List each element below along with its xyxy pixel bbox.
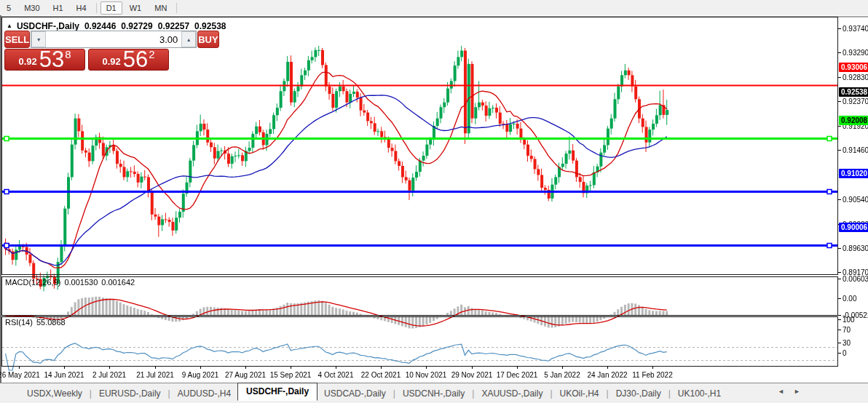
date-tick-label: 26 May 2021: [0, 371, 40, 379]
date-tick-mark: [381, 366, 382, 369]
rsi-tick-label: 70: [843, 326, 851, 334]
symbol-label: USDCHF-,Daily: [17, 21, 79, 31]
chart-tab-usdx-weekly[interactable]: USDX,Weekly: [20, 387, 89, 400]
collapse-triangle-icon[interactable]: ▲: [7, 23, 12, 29]
rsi-tick-mark: [838, 343, 841, 343]
date-tick-mark: [109, 366, 110, 369]
macd-indicator-canvas[interactable]: [2, 295, 837, 332]
price-tick-mark: [838, 199, 841, 200]
volume-increase-button[interactable]: ▲: [181, 31, 196, 47]
chart-area: [0, 17, 868, 383]
date-tick-label: 2 Jul 2021: [92, 371, 126, 379]
price-level-badge: 0.92008: [839, 116, 868, 125]
date-tick-mark: [19, 366, 20, 369]
rsi-tick-mark: [838, 319, 841, 320]
buy-price-prefix: 0.92: [102, 56, 120, 67]
timeframe-w1-button[interactable]: W1: [124, 1, 148, 15]
date-tick-label: 29 Nov 2021: [451, 371, 493, 379]
sell-button[interactable]: SELL: [4, 31, 30, 48]
sell-price-prefix: 0.92: [18, 56, 36, 67]
high-value: 0.92729: [121, 21, 152, 31]
price-tick-label: 0.93740: [843, 25, 868, 33]
chart-tab-ukoil-h4[interactable]: UKOil-,H4: [553, 387, 606, 400]
chart-tab-xauusd-daily[interactable]: XAUUSD-,Daily: [475, 387, 549, 400]
date-tick-label: 4 Oct 2021: [318, 371, 354, 379]
tab-separator: |: [472, 388, 474, 399]
timeframe-m5-button[interactable]: 5: [1, 1, 17, 15]
timeframe-d1-button[interactable]: D1: [100, 1, 122, 15]
price-tick-label: 0.92370: [843, 97, 868, 105]
price-tick-mark: [838, 150, 841, 151]
price-level-badge: 0.93006: [839, 63, 868, 72]
tab-separator: |: [550, 388, 552, 399]
price-level-badge: 0.90006: [839, 223, 868, 232]
timeframe-mn-button[interactable]: MN: [149, 1, 173, 15]
price-level-badge: 0.92538: [839, 87, 868, 97]
timeframe-h1-button[interactable]: H1: [47, 1, 69, 15]
rsi-tick-label: 100: [843, 316, 855, 324]
date-tick-mark: [652, 366, 653, 369]
macd-label: MACD(12,26,9) 0.001530 0.001642: [5, 278, 135, 287]
date-tick-mark: [291, 366, 291, 369]
price-tick-mark: [838, 77, 841, 78]
macd-name: MACD(12,26,9): [5, 278, 60, 287]
macd-value: 0.001530: [64, 278, 98, 287]
tab-separator: |: [90, 388, 92, 399]
buy-price-box[interactable]: 0.92 56 2: [88, 49, 169, 71]
rsi-value: 55.0868: [36, 318, 66, 327]
tab-scroll-right-icon[interactable]: ►: [794, 388, 800, 395]
sell-price-box[interactable]: 0.92 53 8: [4, 49, 85, 71]
macd-tick-label: 0.00: [843, 295, 856, 303]
chart-tab-audusd-h4[interactable]: AUDUSD-,H4: [171, 387, 237, 400]
chart-tab-bar: USDX,Weekly|EURUSD-,Daily|AUDUSD-,H4USDC…: [0, 383, 868, 403]
date-tick-mark: [200, 366, 201, 369]
trading-platform-window: 5 M30 H1 H4 D1 W1 MN ▲ USDCHF-,Daily 0.9…: [0, 0, 868, 403]
timeframe-toolbar: 5 M30 H1 H4 D1 W1 MN: [0, 0, 868, 15]
buy-price-big-digits: 56: [123, 49, 148, 69]
macd-tick-mark: [838, 298, 841, 299]
price-tick-label: 0.90540: [843, 196, 868, 204]
date-tick-label: 21 Jul 2021: [136, 371, 174, 379]
macd-tick-mark: [838, 315, 841, 316]
price-tick-mark: [838, 101, 841, 102]
chart-tab-uk100-h1[interactable]: UK100-,H1: [671, 387, 727, 400]
price-tick-mark: [838, 126, 841, 127]
date-tick-label: 15 Sep 2021: [270, 371, 312, 379]
tab-separator: |: [668, 388, 671, 399]
macd-tick-label: 0.006038: [843, 275, 868, 283]
price-chart-canvas[interactable]: [2, 35, 837, 292]
tab-separator: |: [607, 388, 609, 399]
price-tick-label: 0.91460: [843, 146, 868, 154]
chart-tab-eurusd-daily[interactable]: EURUSD-,Daily: [92, 387, 167, 400]
rsi-tick-mark: [838, 330, 841, 330]
date-tick-label: 9 Aug 2021: [182, 371, 219, 379]
one-click-trading-panel: SELL ▼ ▲ BUY 0.92 53 8 0.92 56 2: [4, 31, 169, 71]
tab-scroll-left-icon[interactable]: ◄: [778, 388, 784, 395]
chart-tab-usdcnh-daily[interactable]: USDCNH-,Daily: [396, 387, 471, 400]
tab-separator: |: [393, 388, 395, 399]
volume-decrease-button[interactable]: ▼: [31, 31, 46, 47]
price-tick-mark: [838, 28, 841, 29]
rsi-label: RSI(14) 55.0868: [5, 318, 66, 327]
timeframe-h4-button[interactable]: H4: [71, 1, 92, 15]
timeframe-m30-button[interactable]: M30: [18, 1, 45, 15]
price-tick-label: 0.89630: [843, 244, 868, 252]
tab-scroll-arrows: ◄ ►: [778, 388, 800, 395]
chart-title: ▲ USDCHF-,Daily 0.92446 0.92729 0.92257 …: [7, 21, 226, 31]
date-tick-label: 10 Nov 2021: [406, 371, 447, 379]
chart-tab-usdchf-daily[interactable]: USDCHF-,Daily: [237, 383, 317, 401]
toolbar-separator: [96, 3, 97, 13]
tab-separator: |: [168, 388, 170, 399]
date-tick-label: 27 Aug 2021: [225, 371, 266, 379]
date-tick-label: 17 Dec 2021: [497, 371, 538, 379]
price-tick-mark: [838, 52, 841, 53]
macd-tick-mark: [838, 279, 841, 279]
date-tick-mark: [426, 366, 427, 369]
chart-tab-usdcad-daily[interactable]: USDCAD-,Daily: [317, 387, 392, 400]
buy-button[interactable]: BUY: [197, 31, 218, 48]
chart-tab-dj30-daily[interactable]: DJ30-,Daily: [609, 387, 668, 400]
price-tick-mark: [838, 248, 841, 249]
date-tick-mark: [155, 366, 156, 369]
volume-input[interactable]: [46, 31, 181, 47]
rsi-name: RSI(14): [5, 318, 33, 327]
